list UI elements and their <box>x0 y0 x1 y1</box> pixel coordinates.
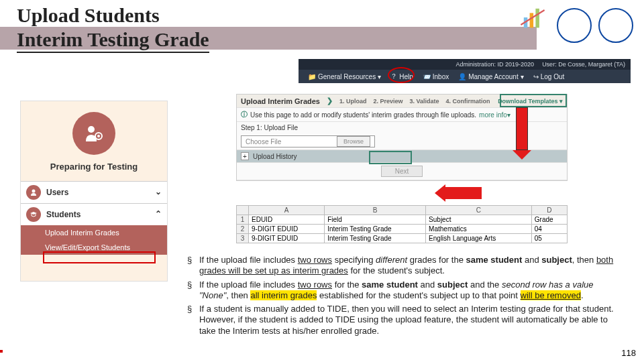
caret-down-icon: ▾ <box>378 73 381 80</box>
info-icon: ⓘ <box>241 110 248 119</box>
step-2: 2. Preview <box>374 98 403 105</box>
bullet-list: If the upload file includes two rows spe… <box>187 255 616 339</box>
expand-icon: + <box>241 152 249 160</box>
svg-point-5 <box>97 135 100 137</box>
arrow-to-next <box>435 184 482 202</box>
sidebar-subitems: Upload Interim Grades View/Edit/Export S… <box>21 225 167 255</box>
students-icon <box>26 207 41 222</box>
nav-logout[interactable]: ↪Log Out <box>533 73 565 80</box>
seal-left-icon <box>557 8 592 43</box>
step-4: 4. Confirmation <box>446 98 490 105</box>
arrow-to-download <box>516 107 531 160</box>
seal-right-icon <box>598 8 633 43</box>
sidebar-item-users[interactable]: Users ⌄ <box>21 181 167 203</box>
app-topbar: Administration: ID 2019-2020 User: De Co… <box>299 59 631 70</box>
upload-history-label: Upload History <box>253 153 297 160</box>
nav-inbox[interactable]: 📨Inbox <box>423 73 449 80</box>
bullet-3: If a student is manually added to TIDE, … <box>187 304 616 337</box>
title-line1: Upload Students <box>17 3 209 27</box>
slide-title: Upload Students Interim Testing Grade <box>17 3 209 53</box>
highlight-browse <box>369 151 412 164</box>
sidebar-heading: Preparing for Testing <box>21 162 167 172</box>
svg-point-3 <box>88 126 95 133</box>
next-row: Next <box>237 163 567 180</box>
admin-label: Administration: ID 2019-2020 <box>456 61 535 68</box>
chart-burst-icon <box>518 3 547 32</box>
wizard-title: Upload Interim Grades <box>241 97 320 105</box>
choose-file-input[interactable]: Choose File Browse <box>241 135 375 147</box>
highlight-help <box>388 67 415 83</box>
users-icon <box>26 185 41 200</box>
logout-icon: ↪ <box>533 73 539 80</box>
user-label: User: De Cosse, Margaret (TA) <box>542 61 625 68</box>
spreadsheet-example: ABCD 1EDUIDFieldSubjectGrade 29-DIGIT ED… <box>236 205 568 243</box>
account-icon: 👤 <box>458 73 466 80</box>
svg-point-6 <box>32 190 36 193</box>
next-button[interactable]: Next <box>381 166 423 177</box>
more-info-link[interactable]: more info <box>479 111 507 119</box>
browse-button[interactable]: Browse <box>337 136 370 147</box>
bullet-1: If the upload file includes two rows spe… <box>187 255 616 277</box>
preparing-icon <box>72 112 115 155</box>
sidebar-sub-upload[interactable]: Upload Interim Grades <box>21 225 167 240</box>
step-label: Step 1: Upload File <box>241 124 298 131</box>
highlight-download <box>500 94 567 107</box>
page-number: 118 <box>621 348 636 358</box>
choose-label: Choose File <box>246 138 281 145</box>
sidebar-users-label: Users <box>46 188 68 197</box>
folder-icon: 📁 <box>308 73 316 80</box>
bullet-2: If the upload file includes two rows for… <box>187 280 616 302</box>
caret-down-icon: ▾ <box>521 73 524 80</box>
svg-rect-2 <box>535 9 539 28</box>
chevron-down-icon: ⌄ <box>155 187 162 196</box>
app-nav: 📁General Resources▾ ？Help 📨Inbox 👤Manage… <box>299 70 631 83</box>
nav-resources[interactable]: 📁General Resources▾ <box>308 73 381 80</box>
wizard-steps: 1. Upload 2. Preview 3. Validate 4. Conf… <box>339 98 490 105</box>
caret-down-icon: ▾ <box>507 111 511 119</box>
chevron-up-icon: ⌃ <box>155 209 162 219</box>
info-text: Use this page to add or modify students'… <box>250 111 476 119</box>
nav-manage[interactable]: 👤Manage Account▾ <box>458 73 524 80</box>
svg-rect-1 <box>530 13 534 27</box>
highlight-upload-grades <box>43 251 156 263</box>
sidebar-item-students[interactable]: Students ⌃ <box>21 203 167 225</box>
chevron-right-icon: ❯ <box>327 97 333 105</box>
inbox-icon: 📨 <box>423 73 431 80</box>
sidebar-students-label: Students <box>46 210 80 219</box>
step-1: 1. Upload <box>339 98 367 105</box>
title-line2: Interim Testing Grade <box>17 27 209 53</box>
step-3: 3. Validate <box>410 98 439 105</box>
